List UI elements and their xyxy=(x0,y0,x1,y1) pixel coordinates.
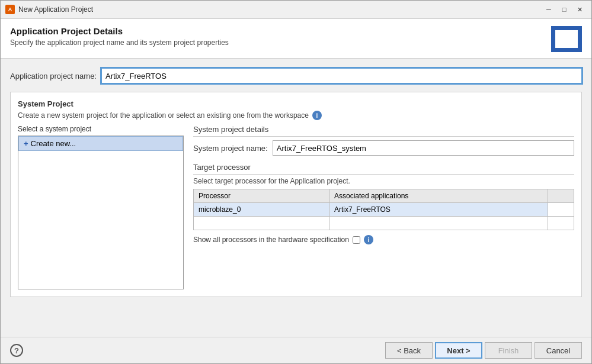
dialog-header: Application Project Details Specify the … xyxy=(1,19,591,59)
project-name-row: Application project name: xyxy=(10,68,582,83)
empty-cell-1 xyxy=(194,217,329,230)
close-button[interactable]: ✕ xyxy=(572,4,587,15)
plus-icon: + xyxy=(24,139,28,148)
empty-cell-2 xyxy=(329,217,548,230)
list-label: Select a system project xyxy=(18,125,184,133)
target-processor-desc: Select target processor for the Applicat… xyxy=(193,177,574,185)
help-area: ? xyxy=(10,344,23,357)
two-panel-layout: Select a system project + Create new... … xyxy=(18,125,574,289)
cancel-button[interactable]: Cancel xyxy=(535,342,582,359)
header-text: Application Project Details Specify the … xyxy=(10,26,229,47)
system-project-name-row: System project name: xyxy=(193,140,574,156)
show-all-label: Show all processors in the hardware spec… xyxy=(193,236,349,244)
col-associated: Associated applications xyxy=(329,189,548,203)
window-controls: ─ □ ✕ xyxy=(542,4,587,15)
back-button[interactable]: < Back xyxy=(385,342,433,359)
show-all-info-icon[interactable]: i xyxy=(364,235,373,244)
help-icon[interactable]: ? xyxy=(10,344,23,357)
empty-row xyxy=(194,217,574,230)
maximize-button[interactable]: □ xyxy=(557,4,571,15)
system-project-list[interactable]: + Create new... xyxy=(18,136,184,289)
finish-button[interactable]: Finish xyxy=(485,342,532,359)
extra-cell xyxy=(548,203,574,217)
app-icon: A xyxy=(5,5,15,14)
empty-cell-3 xyxy=(548,217,574,230)
left-panel: Select a system project + Create new... xyxy=(18,125,184,289)
system-project-desc: Create a new system project for the appl… xyxy=(18,111,574,120)
processor-name: microblaze_0 xyxy=(194,203,329,217)
col-processor: Processor xyxy=(194,189,329,203)
dialog-body: Application project name: System Project… xyxy=(1,59,591,337)
system-project-name-label: System project name: xyxy=(193,144,268,153)
window-title: New Application Project xyxy=(18,5,538,14)
create-new-label: Create new... xyxy=(31,139,76,148)
target-processor-section: Target processor Select target processor… xyxy=(193,163,574,244)
system-project-name-input[interactable] xyxy=(273,140,574,156)
dialog-footer: ? < Back Next > Finish Cancel xyxy=(1,337,591,363)
header-icon-decoration xyxy=(561,30,573,33)
right-panel: System project details System project na… xyxy=(193,125,574,289)
target-processor-label: Target processor xyxy=(193,163,574,175)
col-extra xyxy=(548,189,574,203)
project-name-input[interactable] xyxy=(101,68,582,83)
project-name-label: Application project name: xyxy=(10,72,97,80)
details-section-label: System project details xyxy=(193,125,574,137)
processor-table: Processor Associated applications microb… xyxy=(193,189,574,230)
next-button[interactable]: Next > xyxy=(435,342,482,359)
system-project-info-icon[interactable]: i xyxy=(312,111,322,120)
table-row[interactable]: microblaze_0 Artix7_FreeRTOS xyxy=(194,203,574,217)
dialog-window: A New Application Project ─ □ ✕ Applicat… xyxy=(0,0,592,364)
minimize-button[interactable]: ─ xyxy=(542,4,556,15)
title-bar: A New Application Project ─ □ ✕ xyxy=(1,1,591,19)
system-project-label: System Project xyxy=(18,99,574,108)
show-all-row: Show all processors in the hardware spec… xyxy=(193,235,574,244)
dialog-title: Application Project Details xyxy=(10,26,229,36)
dialog-subtitle: Specify the application project name and… xyxy=(10,38,229,47)
associated-apps: Artix7_FreeRTOS xyxy=(329,203,548,217)
create-new-item[interactable]: + Create new... xyxy=(18,136,183,151)
show-all-checkbox[interactable] xyxy=(353,236,360,244)
system-project-section: System Project Create a new system proje… xyxy=(10,92,582,297)
header-icon xyxy=(551,26,582,52)
footer-buttons: < Back Next > Finish Cancel xyxy=(385,342,582,359)
